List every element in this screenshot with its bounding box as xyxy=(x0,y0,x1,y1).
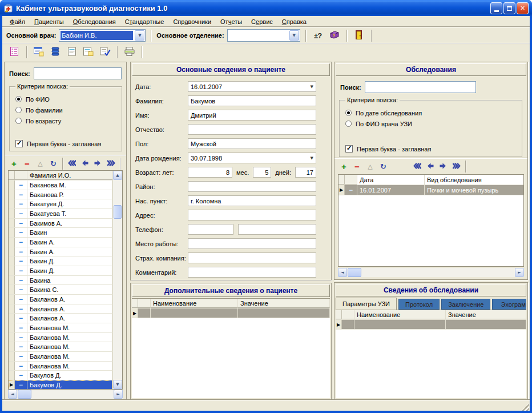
age-years-input[interactable]: 8 xyxy=(188,167,232,178)
patient-row[interactable]: −Бакланова М. xyxy=(9,342,112,352)
next-record-button[interactable] xyxy=(91,158,104,170)
menu-item-0[interactable]: Файл xyxy=(5,17,30,26)
exams-criteria-option-1[interactable]: По ФИО врача УЗИ xyxy=(345,119,522,128)
department-combobox[interactable]: ▼ xyxy=(227,29,300,42)
scroll-up-button[interactable]: ▲ xyxy=(113,171,122,180)
patients-vertical-scrollbar[interactable]: ▲ ▼ xyxy=(112,171,122,389)
patient-row[interactable]: −Бакин Д. xyxy=(9,266,112,276)
exams-search-input[interactable] xyxy=(365,81,476,93)
exam-tab-2[interactable]: Заключение xyxy=(441,299,490,310)
patient-row[interactable]: −Бакланова М. xyxy=(9,333,112,343)
patient-row[interactable]: −Бакатуева Т. xyxy=(9,209,112,219)
field-input[interactable] xyxy=(188,267,316,278)
patient-row[interactable]: −Бакланов А. xyxy=(9,314,112,323)
exam-tab-3[interactable]: Эхограммы xyxy=(492,299,526,310)
scroll-down-button[interactable]: ▼ xyxy=(113,380,122,389)
patients-criteria-option-2[interactable]: По возрасту xyxy=(15,117,122,125)
add-button[interactable]: + xyxy=(7,158,21,170)
menu-item-5[interactable]: Отчеты xyxy=(216,17,247,26)
maximize-button[interactable] xyxy=(503,2,515,14)
resize-grip[interactable] xyxy=(522,403,529,411)
scroll-thumb[interactable] xyxy=(348,268,361,277)
patient-row[interactable]: −Бакимов А. xyxy=(9,219,112,228)
menu-item-3[interactable]: Стандартные xyxy=(120,17,169,26)
patient-row[interactable]: −Бакин А. xyxy=(9,247,112,257)
menu-item-6[interactable]: Сервис xyxy=(247,17,277,26)
menu-item-1[interactable]: Пациенты xyxy=(30,17,68,26)
first-record-button[interactable] xyxy=(65,158,78,170)
scroll-right-button[interactable]: ► xyxy=(114,390,123,399)
scroll-thumb[interactable] xyxy=(18,390,31,399)
doctor-combo-arrow-button[interactable]: ▼ xyxy=(135,30,144,41)
field-input[interactable] xyxy=(188,210,316,220)
age-days-input[interactable]: 17 xyxy=(295,167,316,178)
exit-button[interactable] xyxy=(352,29,366,42)
prev-record-button[interactable] xyxy=(78,158,91,170)
refresh-button[interactable]: ↻ xyxy=(47,158,60,170)
delete-button[interactable]: − xyxy=(350,161,364,173)
patients-criteria-option-0[interactable]: По ФИО xyxy=(15,95,122,103)
phone-input-2[interactable] xyxy=(238,224,316,235)
new-exam-button[interactable] xyxy=(32,45,46,59)
confirm-doc-button[interactable] xyxy=(98,45,112,59)
scroll-thumb[interactable] xyxy=(114,205,122,219)
patient-row[interactable]: −Бакин Д. xyxy=(9,256,112,266)
patient-row[interactable]: −Бакланова М. xyxy=(9,352,112,362)
last-record-button[interactable] xyxy=(450,161,463,173)
field-input[interactable] xyxy=(188,181,316,192)
field-input[interactable] xyxy=(188,238,316,249)
patient-row[interactable]: −Бакина xyxy=(9,276,112,286)
field-combo[interactable]: 30.07.1998▼ xyxy=(188,153,316,163)
patient-row[interactable]: −Баканова Р. xyxy=(9,190,112,200)
patient-row[interactable]: −Бакланов А. xyxy=(9,295,112,304)
exam-tab-0[interactable]: Параметры УЗИ xyxy=(336,298,397,310)
first-letter-checkbox[interactable]: ✓ xyxy=(345,145,353,153)
scroll-left-button[interactable]: ◄ xyxy=(338,268,347,277)
menu-item-4[interactable]: Справочники xyxy=(168,17,216,26)
database-button[interactable] xyxy=(49,45,62,59)
field-input[interactable] xyxy=(188,252,316,263)
conclusion-doc-button[interactable] xyxy=(82,45,95,59)
prev-record-button[interactable] xyxy=(424,161,437,173)
edit-button[interactable]: △ xyxy=(364,161,377,173)
patients-criteria-option-1[interactable]: По фамилии xyxy=(15,106,122,114)
field-input[interactable]: Бакумов xyxy=(188,95,316,106)
age-months-input[interactable]: 5 xyxy=(253,167,271,178)
field-input[interactable]: Дмитрий xyxy=(188,110,316,121)
patient-row[interactable]: −Бакланов А. xyxy=(9,304,112,314)
last-record-button[interactable] xyxy=(104,158,118,170)
add-button[interactable]: + xyxy=(337,161,350,173)
patient-row[interactable]: −Бакина С. xyxy=(9,285,112,295)
field-combo[interactable]: 16.01.2007▼ xyxy=(188,81,316,92)
patient-card-button[interactable] xyxy=(7,45,21,59)
field-input[interactable] xyxy=(188,124,316,135)
field-input[interactable]: г. Коломна xyxy=(188,195,316,206)
patient-row[interactable]: −Бакатуев Д. xyxy=(9,199,112,209)
print-button[interactable] xyxy=(123,45,136,59)
scroll-track[interactable] xyxy=(31,390,114,399)
refresh-button[interactable]: ↻ xyxy=(377,161,390,173)
first-record-button[interactable] xyxy=(410,161,424,173)
next-record-button[interactable] xyxy=(437,161,450,173)
exams-horizontal-scrollbar[interactable]: ◄ ► xyxy=(338,268,524,277)
patient-row[interactable]: −Бакланова М. xyxy=(9,323,112,333)
patient-row[interactable]: −Бакин xyxy=(9,228,112,238)
scroll-left-button[interactable]: ◄ xyxy=(8,390,17,399)
exam-tab-1[interactable]: Протокол xyxy=(398,299,440,310)
phone-input-1[interactable] xyxy=(188,224,233,235)
help-book-button[interactable]: ? xyxy=(328,29,341,42)
first-letter-checkbox[interactable]: ✓ xyxy=(15,140,23,147)
quick-help-button[interactable]: ±? xyxy=(311,29,325,42)
scroll-track[interactable] xyxy=(361,268,515,277)
protocol-doc-button[interactable] xyxy=(65,45,79,59)
empty-row[interactable]: ▶ xyxy=(132,308,330,318)
empty-row[interactable]: ▶ xyxy=(336,320,526,330)
patients-horizontal-scrollbar[interactable]: ◄ ► xyxy=(8,390,123,399)
doctor-combobox[interactable]: Бабкин И.В. ▼ xyxy=(59,29,146,42)
field-input[interactable]: Мужской xyxy=(188,138,316,149)
department-combo-arrow-button[interactable]: ▼ xyxy=(289,30,299,41)
delete-button[interactable]: − xyxy=(21,158,34,170)
patients-first-letter-row[interactable]: ✓ Первая буква - заглавная xyxy=(15,140,122,147)
scroll-right-button[interactable]: ► xyxy=(515,268,524,277)
exams-criteria-option-0[interactable]: По дате обследования xyxy=(345,109,522,117)
